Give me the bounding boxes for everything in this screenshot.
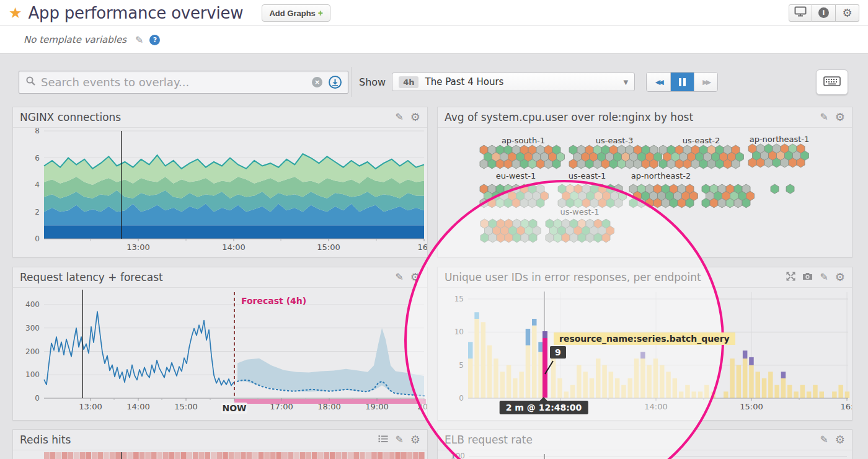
keyboard-shortcuts-button[interactable] [816,69,848,95]
gear-icon[interactable]: ⚙ [410,112,420,123]
pencil-icon[interactable]: ✎ [820,112,828,122]
widget-header: Unique user IDs in error responses, per … [438,267,852,288]
svg-text:13:00: 13:00 [126,243,149,252]
widget-elb-request-rate: ELB request rate ✎ ⚙ 100 [437,429,852,459]
svg-text:13:00: 13:00 [79,402,102,411]
edit-template-vars-pencil-icon[interactable]: ✎ [135,34,143,46]
svg-text:15:00: 15:00 [317,243,340,252]
search-input[interactable] [41,76,312,89]
widget-redis-hits: Redis hits ✎ ⚙ [12,429,428,459]
favorite-star-icon[interactable]: ★ [9,4,22,22]
nginx-stacked-area-chart[interactable]: 8642013:0014:0015:0016: [13,128,427,257]
widget-header: Redis hits ✎ ⚙ [13,430,427,450]
svg-text:us-east-3: us-east-3 [596,136,634,145]
playback-controls: ◀◀ ▶▶ [646,72,718,92]
svg-text:300: 300 [25,324,40,332]
list-icon[interactable] [378,435,388,445]
svg-text:19:00: 19:00 [365,402,388,411]
svg-text:17:00: 17:00 [270,402,293,411]
header-actions: i ⚙ [789,4,859,22]
gear-icon[interactable]: ⚙ [410,434,420,445]
widget-title: Unique user IDs in error responses, per … [445,271,786,283]
svg-text:14:00: 14:00 [644,402,667,411]
gear-icon[interactable]: ⚙ [410,272,420,283]
plus-icon: + [318,8,323,18]
redis-heatmap-strip[interactable] [13,451,427,459]
pause-icon [679,78,686,86]
template-variables-bar: No template variables ✎ ? [0,26,868,54]
pencil-icon[interactable]: ✎ [395,112,403,122]
widget-error-user-ids: Unique user IDs in error responses, per … [437,267,852,421]
gear-icon: ⚙ [842,7,852,19]
svg-text:15:00: 15:00 [740,402,763,411]
svg-text:eu-west-1: eu-west-1 [496,171,536,180]
time-range-badge: 4h [399,76,418,88]
widget-hostmap: Avg of system.cpu.user over role:nginx b… [437,107,852,257]
time-range-label: The Past 4 Hours [425,76,623,87]
widget-title: NGINX connections [20,111,395,123]
svg-text:0: 0 [35,234,40,243]
keyboard-icon [823,76,841,89]
svg-text:ap-northeast-1: ap-northeast-1 [750,135,810,144]
svg-text:us-west-1: us-west-1 [560,207,599,216]
chevron-down-icon: ▼ [623,79,628,86]
info-button[interactable]: i [812,4,836,22]
svg-text:15:00: 15:00 [174,402,197,411]
pencil-icon[interactable]: ✎ [820,272,828,282]
help-icon[interactable]: ? [149,35,160,45]
pencil-icon[interactable]: ✎ [395,435,403,445]
rewind-button[interactable]: ◀◀ [647,73,670,91]
gear-icon[interactable]: ⚙ [835,272,845,283]
svg-text:4: 4 [35,180,40,189]
svg-text:NOW: NOW [222,403,246,413]
svg-text:14:00: 14:00 [222,243,245,252]
add-graphs-button[interactable]: Add Graphs+ [262,4,330,22]
widget-title: Redis hits [20,434,378,446]
clear-search-icon[interactable]: × [312,77,322,87]
dashboard-canvas: ★ App performance overview Add Graphs+ i… [0,0,868,459]
svg-text:200: 200 [25,347,40,356]
forward-button[interactable]: ▶▶ [694,73,717,91]
svg-text:2: 2 [35,208,40,216]
svg-text:16:: 16: [841,402,852,411]
svg-text:16:: 16: [418,243,427,252]
pencil-icon[interactable]: ✎ [395,272,403,282]
widget-title: ELB request rate [445,434,820,446]
widget-request-latency: Request latency + forecast ✎ ⚙ 400300200… [12,267,428,421]
download-arrow-icon[interactable] [329,76,342,89]
search-icon [25,76,36,89]
gear-icon[interactable]: ⚙ [835,112,845,123]
hostmap-hexagon-chart[interactable]: ap-south-1us-east-3us-east-2ap-northeast… [438,128,852,257]
elb-line-chart[interactable]: 100 [438,451,852,459]
pause-button[interactable] [670,73,694,91]
widget-title: Avg of system.cpu.user over role:nginx b… [445,111,820,123]
svg-text:us-east-1: us-east-1 [569,171,606,180]
rewind-icon: ◀◀ [655,78,662,86]
camera-icon[interactable] [802,272,813,282]
top-header: ★ App performance overview Add Graphs+ i… [0,0,868,26]
expand-icon[interactable] [786,272,795,283]
time-range-dropdown[interactable]: 4h The Past 4 Hours ▼ [392,73,635,91]
pencil-icon[interactable]: ✎ [820,435,828,445]
widget-header: Request latency + forecast ✎ ⚙ [13,267,427,288]
tv-mode-button[interactable] [789,4,812,22]
forward-icon: ▶▶ [702,78,709,86]
widget-header: Avg of system.cpu.user over role:nginx b… [438,107,852,128]
widget-nginx-connections: NGINX connections ✎ ⚙ 8642013:0014:0015:… [12,107,428,257]
svg-text:20:: 20: [418,402,427,411]
monitor-icon [794,6,807,19]
svg-text:ap-northeast-2: ap-northeast-2 [631,171,691,180]
widget-header: NGINX connections ✎ ⚙ [13,107,427,128]
settings-button[interactable]: ⚙ [836,4,859,22]
svg-text:0: 0 [35,394,40,403]
time-controls: Show 4h The Past 4 Hours ▼ ◀◀ ▶▶ [351,67,735,97]
error-ids-bar-chart[interactable]: 15105014:0015:0016: [438,288,852,420]
latency-line-chart[interactable]: 400300200100013:0014:0015:00NOW17:0018:0… [13,288,427,420]
add-graphs-label: Add Graphs [269,9,315,18]
svg-text:400: 400 [25,300,40,309]
svg-text:100: 100 [451,452,465,459]
template-variables-text: No template variables [24,34,126,45]
svg-text:14:00: 14:00 [126,402,149,411]
show-label: Show [359,76,386,88]
gear-icon[interactable]: ⚙ [835,434,845,445]
